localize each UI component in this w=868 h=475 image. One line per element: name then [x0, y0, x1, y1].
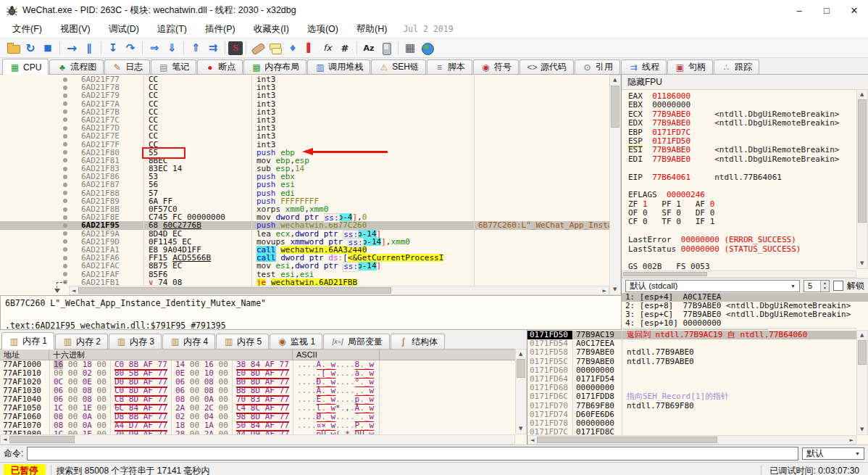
open-file-icon[interactable]	[4, 40, 22, 56]
stack-row[interactable]: 0171FD7077B69F80ntdll.77B69F80	[527, 402, 856, 410]
cpu-icon: ▦	[9, 63, 20, 72]
menu-item-0[interactable]: 文件(F)	[6, 22, 49, 37]
tab-流程图[interactable]: ♣流程图	[49, 59, 104, 74]
tab-内存 3[interactable]: ▥内存 3	[109, 334, 162, 349]
execute-till-return-icon[interactable]: ⇑	[187, 40, 204, 56]
disasm-comment: 6B77C260:L"_WeChat_App_Insta	[474, 221, 609, 229]
disasm-row[interactable]: 6AD21F8756push esi	[0, 181, 609, 189]
stack-row[interactable]: 0171FD5C77B9ABE0ntdll.77B9ABE0	[527, 358, 856, 366]
command-mode-select[interactable]: 默认 ▼	[802, 447, 864, 460]
disasm-row[interactable]: 6AD21F9568 60C2776Bpush wechatwin.6B77C2…	[0, 221, 609, 229]
tab-内存 1[interactable]: ▥内存 1	[1, 332, 54, 350]
disasm-row[interactable]: 6AD21FAC8B75 ECmov esi,dword ptr ss:[ebp…	[0, 262, 609, 270]
disasm-horizontal-scrollbar[interactable]: ◄ ►	[69, 286, 609, 295]
column-header-address[interactable]: 地址	[0, 350, 49, 360]
stop-icon[interactable]: ■	[39, 40, 57, 56]
tab-笔记[interactable]: ▤笔记	[151, 59, 196, 74]
pause-icon[interactable]: ∥	[80, 40, 98, 56]
memory-dump-icon: ▥	[116, 337, 127, 346]
spinner-buttons[interactable]: ▲▼	[820, 281, 829, 292]
command-input[interactable]	[27, 447, 798, 460]
scylla-icon[interactable]: S	[228, 41, 243, 55]
args-count-spinner[interactable]: 5 ▲▼	[804, 280, 830, 292]
run-icon[interactable]: →	[63, 40, 80, 56]
register-line[interactable]: EDI 77B9ABE0 <ntdll.DbgUiRemoteBreakin>	[628, 155, 856, 164]
registers-horizontal-scrollbar[interactable]	[622, 270, 856, 278]
tab-符号[interactable]: ◉符号	[473, 59, 519, 74]
menu-item-6[interactable]: 选项(O)	[301, 22, 345, 37]
memory-vertical-scrollbar[interactable]: ▲ ▼	[515, 349, 527, 434]
disasm-row[interactable]: 6AD21F7ECCint3	[0, 132, 609, 140]
tab-源代码[interactable]: <>源代码	[519, 59, 574, 74]
menu-item-5[interactable]: 收藏夹(I)	[247, 22, 296, 37]
stack-row[interactable]: 0171FD7C0171FD8C	[527, 428, 856, 435]
memory-dump-icon: ▥	[223, 337, 234, 346]
stack-arg-row[interactable]: 4: [esp+10] 00000000	[622, 319, 868, 328]
menu-item-4[interactable]: 插件(P)	[199, 22, 242, 37]
close-button[interactable]: ✕	[840, 0, 868, 20]
memory-horizontal-scrollbar[interactable]: ◄	[0, 434, 515, 445]
register-line[interactable]: CF 0 TF 0 IF 1	[628, 218, 856, 226]
restart-icon[interactable]: ↻	[22, 40, 39, 56]
hide-fpu-button[interactable]: 隐藏FPU	[622, 75, 868, 90]
labels-icon[interactable]: ♦	[284, 40, 301, 56]
calculator-icon[interactable]: ▦	[401, 40, 419, 56]
help-globe-icon[interactable]	[419, 40, 436, 56]
tab-引用[interactable]: ⊙引用	[575, 59, 620, 74]
unlock-checkbox[interactable]	[833, 281, 843, 291]
tab-局部变量[interactable]: [x=]局部变量	[323, 334, 390, 349]
calling-convention-select[interactable]: 默认 (stdcall) ▼	[625, 280, 800, 292]
attach-icon[interactable]	[377, 40, 395, 56]
register-line[interactable]: EIP 77B64061 ntdll.77B64061	[628, 173, 856, 182]
tab-线程[interactable]: ⇉线程	[621, 59, 667, 74]
tab-label: 监视 1	[291, 336, 315, 348]
tab-跟踪[interactable]: ∴跟踪	[714, 59, 759, 74]
tab-监视 1[interactable]: ◉监视 1	[270, 334, 322, 349]
menu-item-3[interactable]: 追踪(T)	[151, 22, 193, 37]
disasm-row[interactable]: 6AD21F79CCint3	[0, 91, 609, 99]
column-header-hex[interactable]: 十六进制	[49, 350, 293, 360]
step-over-icon[interactable]: ↷	[122, 40, 139, 56]
stack-vertical-scrollbar[interactable]: ▲ ▼	[856, 330, 868, 435]
run-to-user-code-icon[interactable]: ⇉	[204, 40, 222, 56]
tab-CPU[interactable]: ▦CPU	[2, 59, 49, 75]
breakpoint-dot	[63, 207, 67, 212]
menu-item-2[interactable]: 调试(D)	[102, 22, 146, 37]
stack-row[interactable]: 0171FD5877B9ABE0ntdll.77B9ABE0	[527, 348, 856, 357]
disasm-address: 6AD21F79	[81, 91, 143, 99]
column-header-ascii[interactable]: ASCII	[293, 350, 380, 360]
run-to-cursor-icon[interactable]: ⇒	[146, 40, 163, 56]
tab-断点[interactable]: ●断点	[197, 59, 243, 74]
tab-SEH链[interactable]: ⚠SEH链	[371, 59, 426, 74]
tab-结构体[interactable]: ∫结构体	[391, 334, 445, 349]
tab-句柄[interactable]: ▣句柄	[667, 59, 713, 74]
disasm-vertical-scrollbar[interactable]: ▲ ▼	[609, 75, 621, 295]
hash-icon[interactable]: #	[336, 40, 354, 56]
step-out-icon[interactable]: ⇓	[163, 40, 180, 56]
locals-icon: [x=]	[330, 339, 345, 345]
tab-内存布局[interactable]: ▦内存布局	[243, 59, 306, 74]
strings-icon[interactable]: Az	[360, 40, 377, 56]
registers-vertical-scrollbar[interactable]: ▲ ▼	[856, 89, 868, 269]
step-into-icon[interactable]: ↧	[104, 40, 122, 56]
tab-内存 4[interactable]: ▥内存 4	[162, 334, 215, 349]
disasm-pane[interactable]: 6AD21F77CCint36AD21F78CCint36AD21F79CCin…	[0, 75, 622, 295]
comments-icon[interactable]	[267, 40, 284, 56]
tab-调用堆栈[interactable]: ▥调用堆栈	[307, 59, 370, 74]
disasm-row[interactable]: 6AD21FAF85F6test esi,esi	[0, 270, 609, 278]
stack-row[interactable]: 0171FD6C0171FDD8指向SEH_Record[1]的指针	[527, 392, 856, 401]
tab-日志[interactable]: ✎日志	[104, 59, 150, 74]
minimize-button[interactable]: –	[785, 0, 813, 20]
tab-脚本[interactable]: ≡脚本	[427, 59, 472, 74]
tab-内存 2[interactable]: ▥内存 2	[55, 334, 108, 349]
bookmarks-icon[interactable]: ▌	[301, 40, 319, 56]
menu-item-1[interactable]: 视图(V)	[54, 22, 97, 37]
functions-icon[interactable]: fx	[319, 40, 336, 56]
stack-horizontal-scrollbar[interactable]: ◄ ►	[527, 435, 856, 445]
patches-icon[interactable]	[249, 40, 267, 56]
menu-item-7[interactable]: 帮助(H)	[350, 22, 393, 37]
register-line[interactable]: GS 002B FS 0053	[628, 263, 856, 270]
tab-内存 5[interactable]: ▥内存 5	[216, 334, 269, 349]
register-line[interactable]: LastStatus 00000000 (STATUS_SUCCESS)	[628, 245, 856, 254]
maximize-button[interactable]: □	[813, 0, 840, 20]
